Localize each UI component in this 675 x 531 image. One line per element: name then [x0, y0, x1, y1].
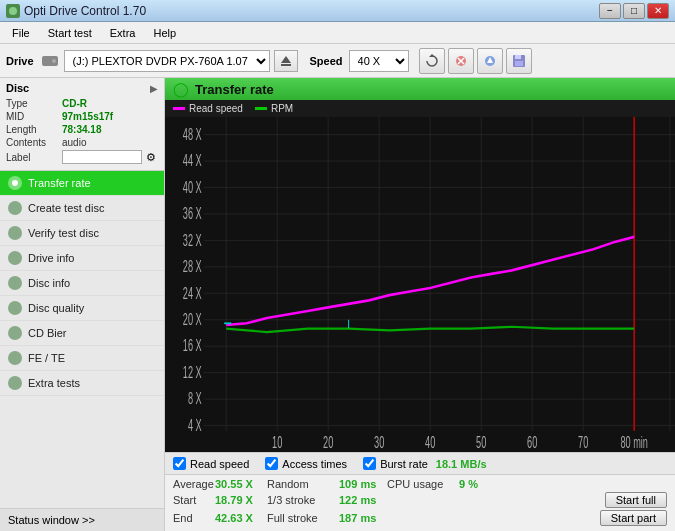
disc-type-label: Type — [6, 98, 62, 109]
refresh-button[interactable] — [419, 48, 445, 74]
burst-rate-check: Burst rate 18.1 MB/s — [363, 457, 486, 470]
full-stroke-val: 187 ms — [339, 512, 387, 524]
nav-items: Transfer rate Create test disc Verify te… — [0, 171, 164, 508]
stroke13-label: 1/3 stroke — [267, 494, 339, 506]
nav-fe-te[interactable]: FE / TE — [0, 346, 164, 371]
nav-verify-test-disc[interactable]: Verify test disc — [0, 221, 164, 246]
nav-drive-info-label: Drive info — [28, 252, 74, 264]
start-val: 18.79 X — [215, 494, 267, 506]
legend-read-speed-label: Read speed — [189, 103, 243, 114]
legend-rpm-color — [255, 107, 267, 110]
transfer-rate-icon — [8, 176, 22, 190]
access-times-checkbox[interactable] — [265, 457, 278, 470]
status-window-label: Status window >> — [8, 514, 95, 526]
nav-cd-bier-label: CD Bier — [28, 327, 67, 339]
eject-button[interactable] — [274, 50, 298, 72]
nav-create-test-disc[interactable]: Create test disc — [0, 196, 164, 221]
menu-help[interactable]: Help — [145, 25, 184, 41]
nav-cd-bier[interactable]: CD Bier — [0, 321, 164, 346]
nav-transfer-rate[interactable]: Transfer rate — [0, 171, 164, 196]
disc-label-settings-icon[interactable]: ⚙ — [146, 151, 156, 164]
burn-button[interactable] — [477, 48, 503, 74]
random-label: Random — [267, 478, 339, 490]
svg-rect-12 — [515, 55, 521, 59]
drive-selector: (J:) PLEXTOR DVDR PX-760A 1.07 — [40, 50, 298, 72]
svg-rect-23 — [165, 117, 675, 452]
nav-fe-te-label: FE / TE — [28, 352, 65, 364]
legend-rpm-label: RPM — [271, 103, 293, 114]
access-times-check-label: Access times — [282, 458, 347, 470]
nav-disc-info[interactable]: Disc info — [0, 271, 164, 296]
random-val: 109 ms — [339, 478, 387, 490]
disc-info-icon — [8, 276, 22, 290]
drive-dropdown[interactable]: (J:) PLEXTOR DVDR PX-760A 1.07 — [64, 50, 270, 72]
svg-text:50: 50 — [476, 434, 486, 452]
start-full-button[interactable]: Start full — [605, 492, 667, 508]
close-button[interactable]: ✕ — [647, 3, 669, 19]
menu-start-test[interactable]: Start test — [40, 25, 100, 41]
cpu-label: CPU usage — [387, 478, 459, 490]
minimize-button[interactable]: − — [599, 3, 621, 19]
app-icon — [6, 4, 20, 18]
end-label: End — [173, 512, 215, 524]
start-part-button[interactable]: Start part — [600, 510, 667, 526]
restore-button[interactable]: □ — [623, 3, 645, 19]
svg-text:10: 10 — [272, 434, 282, 452]
svg-point-22 — [12, 380, 18, 386]
svg-text:24 X: 24 X — [183, 284, 202, 302]
disc-type-val: CD-R — [62, 98, 87, 109]
average-label: Average — [173, 478, 215, 490]
titlebar-left: Opti Drive Control 1.70 — [6, 4, 146, 18]
disc-label-label: Label — [6, 152, 62, 163]
svg-rect-13 — [515, 61, 523, 66]
status-window-button[interactable]: Status window >> — [0, 508, 164, 531]
disc-mid-label: MID — [6, 111, 62, 122]
nav-transfer-rate-label: Transfer rate — [28, 177, 91, 189]
svg-text:40: 40 — [425, 434, 435, 452]
chart-legend: Read speed RPM — [165, 100, 675, 117]
disc-length-label: Length — [6, 124, 62, 135]
chart-icon: ◯ — [173, 81, 189, 97]
svg-text:40 X: 40 X — [183, 178, 202, 196]
speed-dropdown[interactable]: 40 X — [349, 50, 409, 72]
nav-drive-info[interactable]: Drive info — [0, 246, 164, 271]
start-label: Start — [173, 494, 215, 506]
fe-te-icon — [8, 351, 22, 365]
read-speed-checkbox[interactable] — [173, 457, 186, 470]
burst-rate-checkbox[interactable] — [363, 457, 376, 470]
disc-label-input[interactable] — [62, 150, 142, 164]
titlebar: Opti Drive Control 1.70 − □ ✕ — [0, 0, 675, 22]
read-speed-check: Read speed — [173, 457, 249, 470]
nav-extra-tests-label: Extra tests — [28, 377, 80, 389]
svg-text:16 X: 16 X — [183, 337, 202, 355]
svg-point-19 — [12, 305, 18, 311]
svg-text:20: 20 — [323, 434, 333, 452]
nav-create-test-disc-label: Create test disc — [28, 202, 104, 214]
svg-point-17 — [12, 255, 18, 261]
nav-extra-tests[interactable]: Extra tests — [0, 371, 164, 396]
svg-marker-3 — [281, 56, 291, 63]
svg-text:28 X: 28 X — [183, 257, 202, 275]
chart-svg: 48 X 44 X 40 X 36 X 32 X 28 X 24 X 20 X … — [165, 117, 675, 452]
nav-disc-quality[interactable]: Disc quality — [0, 296, 164, 321]
svg-text:44 X: 44 X — [183, 152, 202, 170]
svg-text:36 X: 36 X — [183, 205, 202, 223]
toolbar-icons — [419, 48, 532, 74]
disc-contents-row: Contents audio — [6, 137, 158, 148]
disc-header: Disc ▶ — [6, 82, 158, 94]
svg-text:12 X: 12 X — [183, 363, 202, 381]
full-stroke-label: Full stroke — [267, 512, 339, 524]
menu-extra[interactable]: Extra — [102, 25, 144, 41]
chart-controls: Read speed Access times Burst rate 18.1 … — [165, 452, 675, 474]
average-val: 30.55 X — [215, 478, 267, 490]
erase-button[interactable] — [448, 48, 474, 74]
save-button[interactable] — [506, 48, 532, 74]
drive-label: Drive — [6, 55, 34, 67]
sidebar: Disc ▶ Type CD-R MID 97m15s17f Length 78… — [0, 78, 165, 531]
legend-rpm: RPM — [255, 103, 293, 114]
svg-text:70: 70 — [578, 434, 588, 452]
svg-point-20 — [12, 330, 18, 336]
create-test-disc-icon — [8, 201, 22, 215]
drive-info-icon — [8, 251, 22, 265]
menu-file[interactable]: File — [4, 25, 38, 41]
